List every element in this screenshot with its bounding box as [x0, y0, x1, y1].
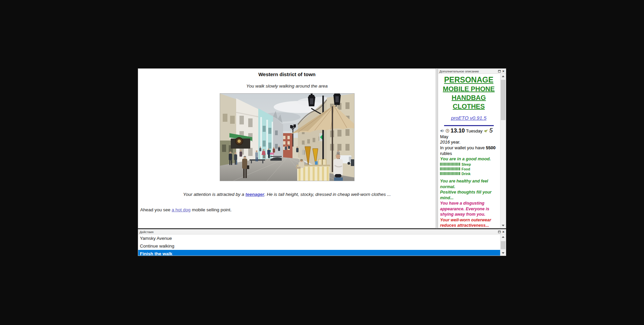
actions-scrollbar[interactable]	[500, 234, 506, 256]
scroll-up-icon[interactable]	[500, 74, 506, 79]
event-caption: Your attention is attracted by a teenage…	[138, 192, 436, 197]
outerwear-status: Your well-worn outerwear reduces attract…	[440, 217, 497, 228]
mobile-phone-link[interactable]: MOBILE PHONE	[440, 85, 497, 93]
sleep-bar	[440, 163, 460, 166]
drink-bar-label: Drink	[462, 172, 471, 176]
year-line: 2016 year.	[440, 140, 497, 145]
location-title: Western district of town	[138, 71, 436, 77]
wallet-post: rubles	[440, 151, 452, 156]
sleep-bar-row: Sleep	[440, 162, 497, 166]
actions-panel: Действия × Yamsky Avenue Continue walkin…	[138, 229, 506, 256]
maximize-icon[interactable]	[498, 70, 501, 72]
hot-dog-link[interactable]: a hot dog	[172, 207, 191, 212]
caption-post: . He is tall height, stocky, dressed in …	[264, 192, 391, 197]
actions-scroll-thumb[interactable]	[501, 241, 505, 249]
actions-titlebar: Действия ×	[138, 229, 506, 234]
actions-title: Действия	[140, 230, 154, 234]
wallet-pre: In your wallet you have	[440, 145, 486, 150]
drink-bar	[440, 172, 460, 175]
clothes-link[interactable]: CLOTHES	[440, 102, 497, 111]
wallet-amount: 5500	[486, 145, 496, 150]
action-yamsky-avenue[interactable]: Yamsky Avenue	[138, 234, 500, 242]
health-status: You are healthy and feel normal.	[440, 178, 497, 189]
game-window: Western district of town You walk slowly…	[138, 68, 506, 256]
mood-line: You are in a good mood.	[440, 156, 497, 162]
status-messages: You are healthy and feel normal. Positiv…	[440, 178, 497, 228]
actions-close-icon[interactable]: ×	[502, 231, 504, 233]
sound-icon[interactable]	[440, 129, 444, 133]
actions-scroll-up-icon[interactable]	[500, 234, 506, 239]
side-panel-title: Дополнительное описание	[439, 69, 479, 73]
caption-pre: Your attention is attracted by a	[183, 192, 246, 197]
actions-list: Yamsky Avenue Continue walking Finish th…	[138, 234, 500, 256]
pedestrian-street-photo	[220, 93, 355, 181]
version-link[interactable]: proETO v0.91.5	[451, 115, 487, 121]
action-continue-walking[interactable]: Continue walking	[138, 242, 500, 250]
day-number: 5	[489, 127, 493, 134]
side-panel-content: PERSONAGE MOBILE PHONE HANDBAG CLOTHES p…	[438, 74, 498, 228]
ahead-line: Ahead you see a hot dog mobile selling p…	[138, 207, 436, 212]
side-panel-scrollbar[interactable]	[500, 74, 506, 228]
street-photo-illustration	[220, 94, 354, 181]
year-word: year.	[450, 140, 461, 145]
close-icon[interactable]: ×	[502, 70, 504, 72]
appearance-status: You have a disgusting appearance. Everyo…	[440, 201, 497, 217]
month: May	[440, 134, 448, 139]
personage-link[interactable]: PERSONAGE	[440, 75, 497, 85]
food-bar-row: Food	[440, 167, 497, 171]
ahead-pre: Ahead you see	[140, 207, 172, 212]
date-line: 13.10 Tuesday 5 May	[440, 128, 497, 140]
side-scroll-thumb[interactable]	[501, 80, 505, 120]
side-panel-titlebar: Дополнительное описание ×	[438, 69, 506, 74]
top-region: Western district of town You walk slowly…	[138, 68, 506, 228]
clock-time: 13.10	[450, 127, 465, 134]
thoughts-status: Positive thoughts fill your mind...	[440, 189, 497, 201]
location-subtitle: You walk slowly walking around the area	[138, 84, 436, 89]
drink-bar-row: Drink	[440, 171, 497, 176]
additional-description-panel: Дополнительное описание × PERSONAGE MOBI…	[438, 68, 506, 228]
sleep-bar-label: Sleep	[462, 162, 471, 166]
food-bar	[440, 167, 460, 170]
scroll-down-icon[interactable]	[500, 223, 506, 228]
clock-icon	[445, 129, 449, 133]
main-content-area: Western district of town You walk slowly…	[138, 68, 436, 228]
divider-rule	[444, 125, 494, 126]
handbag-link[interactable]: HANDBAG	[440, 93, 497, 102]
action-finish-the-walk[interactable]: Finish the walk	[138, 250, 500, 256]
weekday: Tuesday	[466, 128, 482, 133]
year: 2016	[440, 140, 450, 145]
teenager-link[interactable]: teenager	[246, 192, 264, 197]
actions-scroll-down-icon[interactable]	[500, 251, 506, 256]
actions-maximize-icon[interactable]	[498, 231, 501, 233]
bird-icon	[484, 129, 488, 133]
ahead-post: mobile selling point.	[191, 207, 231, 212]
version-line: proETO v0.91.5	[440, 115, 497, 121]
wallet-line: In your wallet you have 5500 rubles	[440, 145, 497, 156]
food-bar-label: Food	[462, 167, 470, 171]
inventory-links: PERSONAGE MOBILE PHONE HANDBAG CLOTHES	[440, 75, 497, 111]
